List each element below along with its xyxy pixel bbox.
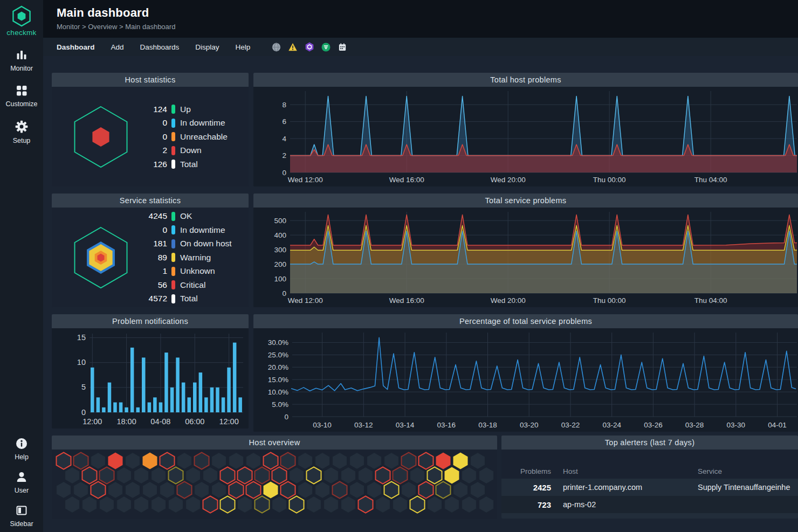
top-alerters-table: Problems Host Service 2425 printer-1.com… (501, 464, 798, 519)
problem-notifications-panel: Problem notifications 05101512:0018:0004… (52, 314, 249, 429)
menu-dashboard[interactable]: Dashboard (57, 43, 95, 51)
column-header-host: Host (563, 467, 698, 475)
status-color-bar (171, 267, 175, 276)
sidebar-item-user[interactable]: User (15, 471, 29, 494)
total-host-problems-chart[interactable]: 02468Wed 12:00Wed 16:00Wed 20:00Thu 00:0… (253, 87, 798, 186)
table-row[interactable]: 723 ap-ms-02 (501, 496, 798, 513)
svg-text:200: 200 (274, 260, 286, 268)
svg-text:8: 8 (282, 101, 286, 109)
service-statistics-panel: Service statistics 4245 OK 0 In downtime (52, 194, 249, 307)
panel-title: Percentage of total service problems (253, 314, 798, 328)
svg-text:Wed 20:00: Wed 20:00 (491, 296, 526, 305)
purple-hexagon-icon[interactable] (305, 42, 314, 52)
menu-display[interactable]: Display (195, 43, 219, 51)
status-color-bar (171, 294, 175, 303)
customize-icon (15, 84, 29, 97)
calendar-icon[interactable] (338, 43, 347, 52)
svg-text:25.0%: 25.0% (268, 351, 288, 359)
svg-text:Wed 16:00: Wed 16:00 (389, 296, 424, 305)
page-title: Main dashboard (57, 6, 798, 20)
svg-text:03-18: 03-18 (478, 421, 497, 429)
percentage-service-problems-chart[interactable]: 05.0%10.0%15.0%20.0%25.0%30.0%03-1003-12… (253, 328, 798, 432)
svg-text:0: 0 (282, 169, 286, 177)
checkmk-logo[interactable]: checkmk (6, 5, 36, 37)
svg-text:Thu 04:00: Thu 04:00 (694, 296, 727, 305)
globe-icon[interactable] (272, 43, 281, 52)
svg-text:Wed 16:00: Wed 16:00 (389, 176, 424, 184)
svg-text:18:00: 18:00 (116, 417, 136, 426)
panel-title: Host overview (52, 436, 497, 450)
sidebar-item-customize[interactable]: Customize (5, 84, 37, 108)
sidebar-item-label: Sidebar (10, 520, 33, 528)
table-row[interactable]: 722 ap-ms-04 (501, 513, 798, 519)
table-header-row: Problems Host Service (501, 464, 798, 479)
sidebar-item-label: Help (15, 453, 29, 461)
svg-text:0: 0 (81, 408, 86, 417)
service-hexagon-figure[interactable] (60, 222, 141, 293)
svg-text:4: 4 (282, 135, 286, 143)
svg-text:03-26: 03-26 (644, 421, 663, 429)
stat-row-on-down-host[interactable]: 181 On down host (142, 237, 232, 251)
svg-text:03-24: 03-24 (602, 421, 621, 429)
host-overview-hexgrid[interactable] (52, 450, 497, 519)
svg-text:04-01: 04-01 (768, 421, 787, 429)
checkmk-hexagon-icon (10, 5, 33, 27)
svg-text:Thu 00:00: Thu 00:00 (593, 296, 626, 305)
panel-title: Problem notifications (52, 314, 249, 328)
warning-icon[interactable] (288, 43, 298, 52)
svg-text:15.0%: 15.0% (268, 376, 288, 384)
status-color-bar (171, 160, 175, 169)
filter-icon[interactable] (321, 43, 331, 52)
svg-text:Thu 00:00: Thu 00:00 (593, 176, 626, 184)
stat-row-in-downtime[interactable]: 0 In downtime (142, 116, 228, 130)
stat-row-unknown[interactable]: 1 Unknown (142, 264, 232, 278)
svg-text:5.0%: 5.0% (272, 400, 288, 409)
sidebar-item-label: Setup (13, 137, 31, 144)
table-row[interactable]: 2425 printer-1.company.com Supply Tinten… (501, 479, 798, 496)
breadcrumb[interactable]: Monitor > Overview > Main dashboard (57, 23, 798, 31)
status-color-bar (171, 253, 175, 262)
svg-text:2: 2 (282, 151, 286, 160)
sidebar-icon (15, 504, 28, 517)
stat-row-critical[interactable]: 56 Critical (142, 278, 232, 292)
stat-row-total[interactable]: 4572 Total (142, 292, 232, 306)
total-service-problems-chart[interactable]: 0100200300400500Wed 12:00Wed 16:00Wed 20… (253, 208, 798, 307)
svg-text:15: 15 (77, 333, 86, 342)
svg-text:30.0%: 30.0% (268, 338, 288, 347)
stat-row-up[interactable]: 124 Up (142, 102, 228, 116)
svg-text:10: 10 (77, 358, 86, 367)
menu-help[interactable]: Help (236, 43, 251, 51)
svg-text:12:00: 12:00 (219, 417, 238, 426)
sidebar-item-help[interactable]: Help (15, 437, 29, 461)
checkmk-wordmark: checkmk (6, 29, 36, 37)
sidebar-item-label: User (15, 487, 29, 494)
svg-text:500: 500 (274, 217, 286, 225)
menu-dashboards[interactable]: Dashboards (140, 43, 180, 51)
sidebar-item-monitor[interactable]: Monitor (10, 49, 33, 72)
problem-notifications-chart[interactable]: 05101512:0018:0004-0806:0012:00 (52, 328, 249, 429)
host-overview-panel: Host overview (52, 436, 497, 519)
sidebar-item-sidebar-toggle[interactable]: Sidebar (10, 504, 33, 528)
svg-text:400: 400 (274, 231, 286, 239)
checkmk-app: checkmk Monitor Customize (0, 0, 798, 532)
menu-add[interactable]: Add (111, 43, 124, 51)
stat-row-total[interactable]: 126 Total (142, 157, 228, 171)
stat-row-in-downtime[interactable]: 0 In downtime (142, 223, 232, 237)
host-statistics-panel: Host statistics 124 Up 0 In downtime 0 (52, 73, 249, 186)
status-color-bar (171, 105, 175, 114)
svg-text:03-20: 03-20 (520, 421, 539, 429)
host-stat-list: 124 Up 0 In downtime 0 Unreachable 2 (142, 102, 228, 171)
stat-row-unreachable[interactable]: 0 Unreachable (142, 130, 228, 144)
host-hexagon-figure[interactable] (60, 101, 141, 172)
sidebar-item-setup[interactable]: Setup (13, 120, 31, 144)
stat-row-warning[interactable]: 89 Warning (142, 251, 232, 265)
column-header-problems: Problems (501, 467, 551, 475)
stat-row-down[interactable]: 2 Down (142, 143, 228, 157)
status-color-bar (171, 212, 175, 221)
monitor-icon (15, 49, 29, 61)
svg-text:03-28: 03-28 (685, 421, 704, 429)
svg-text:Wed 20:00: Wed 20:00 (491, 176, 526, 184)
svg-text:0: 0 (282, 289, 286, 298)
stat-row-ok[interactable]: 4245 OK (142, 209, 232, 223)
svg-text:06:00: 06:00 (185, 417, 204, 426)
